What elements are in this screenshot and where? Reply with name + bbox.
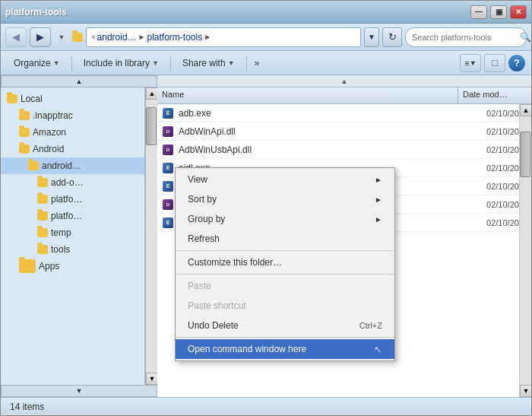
toolbar-more-button[interactable]: »: [252, 58, 263, 68]
sidebar-item-tools[interactable]: tools: [1, 241, 144, 258]
exe-icon-aidl: E: [163, 163, 173, 173]
dll-icon-adbwinapi: D: [163, 126, 173, 137]
sidebar-scroll-down-btn[interactable]: ▼: [146, 373, 157, 385]
file-icon-extra1: E: [162, 180, 174, 192]
sidebar-label-local: Local: [21, 94, 43, 104]
sidebar-scroll-down[interactable]: ▼: [1, 385, 157, 397]
dropdown-arrow-button[interactable]: ▼: [54, 27, 69, 47]
file-scroll-up[interactable]: ▲: [157, 75, 531, 87]
ctx-item-refresh[interactable]: Refresh: [176, 229, 394, 249]
ctx-label-refresh: Refresh: [188, 233, 220, 244]
sidebar-item-inapptrac[interactable]: .inapptrac: [1, 107, 144, 124]
file-scrollbar-up[interactable]: ▲: [520, 104, 531, 116]
ctx-item-sort[interactable]: Sort by ►: [176, 189, 394, 209]
address-path[interactable]: « android… ► platform-tools ►: [86, 27, 361, 47]
ctx-item-group[interactable]: Group by ►: [176, 209, 394, 229]
file-date-adbwinusbapi: 02/10/201: [466, 145, 527, 154]
file-date-extra1: 02/10/201: [466, 182, 527, 191]
sidebar-item-platfo1[interactable]: platfo…: [1, 191, 144, 208]
forward-button[interactable]: ▶: [30, 27, 51, 47]
sidebar-item-android[interactable]: Android: [1, 141, 144, 157]
search-box: 🔍: [405, 27, 527, 47]
toolbar-sep1: [71, 56, 72, 71]
path-part-android: android…: [97, 32, 137, 43]
sidebar-item-android-sub[interactable]: android…: [1, 157, 144, 174]
file-scrollbar-thumb[interactable]: [520, 132, 530, 177]
file-name-adbwinusbapi: AdbWinUsbApi.dll: [179, 144, 466, 155]
file-scrollbar-down[interactable]: ▼: [520, 385, 531, 397]
address-bar: ◀ ▶ ▼ « android… ► platform-tools ► ▼ ↻ …: [1, 24, 531, 51]
sidebar-item-add-o[interactable]: add-o…: [1, 174, 144, 191]
close-button[interactable]: ✕: [510, 5, 527, 19]
file-date-adb: 02/10/201: [466, 109, 527, 118]
cursor-arrow: ↖: [374, 344, 382, 355]
include-library-button[interactable]: Include in library ▼: [77, 54, 166, 72]
ctx-label-view: View: [188, 174, 207, 185]
path-separator1: «: [91, 33, 96, 41]
help-button[interactable]: ?: [508, 55, 525, 71]
ctx-label-sort: Sort by: [188, 194, 217, 205]
file-icon-extra2: D: [162, 198, 174, 211]
sidebar-label-tools: tools: [51, 244, 70, 255]
sidebar: Local .inapptrac Amazon Android: [1, 87, 145, 385]
organize-label: Organize: [14, 58, 51, 68]
sidebar-item-temp[interactable]: temp: [1, 224, 144, 241]
sidebar-label-android-sub: android…: [42, 160, 81, 171]
sidebar-item-local[interactable]: Local: [1, 91, 144, 107]
search-input[interactable]: [412, 33, 517, 42]
sidebar-item-apps[interactable]: Apps: [1, 258, 144, 275]
view-details-button[interactable]: ≡ ▼: [460, 54, 481, 72]
address-refresh-btn[interactable]: ↻: [382, 27, 402, 47]
file-name-adbwinapi: AdbWinApi.dll: [179, 126, 466, 137]
file-date-adbwinapi: 02/10/201: [466, 127, 527, 136]
sidebar-item-amazon[interactable]: Amazon: [1, 124, 144, 141]
file-icon-adbwinusbapi: D: [162, 144, 174, 156]
folder-icon-platfo1: [37, 195, 48, 204]
folder-icon-platfo2: [37, 211, 48, 221]
dll-icon-adbwinusbapi: D: [163, 144, 173, 155]
col-name[interactable]: Name: [157, 87, 458, 103]
explorer-window: platform-tools — ▣ ✕ ◀ ▶ ▼ « android… ► …: [0, 0, 532, 416]
address-dropdown-btn[interactable]: ▼: [364, 27, 379, 47]
sidebar-label-amazon: Amazon: [33, 127, 66, 138]
col-date[interactable]: Date mod…: [458, 87, 519, 103]
ctx-label-paste-shortcut: Paste shortcut: [188, 300, 246, 311]
ctx-item-paste-shortcut[interactable]: Paste shortcut: [176, 296, 394, 316]
back-button[interactable]: ◀: [5, 27, 27, 47]
ctx-item-undo[interactable]: Undo Delete Ctrl+Z: [176, 316, 394, 335]
file-row-adbwinusbapi[interactable]: D AdbWinUsbApi.dll 02/10/201: [157, 141, 531, 159]
file-date-aidl: 02/10/201: [466, 164, 527, 173]
folder-icon: [72, 33, 83, 42]
col-spacer: [519, 87, 531, 103]
ctx-item-view[interactable]: View ►: [176, 170, 394, 189]
view-dropdown2: ▼: [470, 59, 477, 67]
share-label: Share with: [182, 58, 226, 68]
maximize-button[interactable]: ▣: [490, 5, 507, 19]
sidebar-scrollbar: ▲ ▼: [145, 87, 157, 385]
ctx-item-customize[interactable]: Customize this folder…: [176, 252, 394, 272]
ctx-label-open-cmd: Open command window here: [188, 344, 306, 354]
toolbar-sep3: [246, 56, 247, 71]
sidebar-scroll-up-btn[interactable]: ▲: [146, 87, 157, 100]
preview-pane-button[interactable]: □: [484, 54, 505, 72]
sidebar-item-platfo2[interactable]: platfo…: [1, 208, 144, 224]
file-icon-aidl: E: [162, 162, 174, 174]
share-with-button[interactable]: Share with ▼: [176, 54, 242, 72]
exe-icon-extra1: E: [163, 181, 173, 192]
file-list-header: Name Date mod…: [157, 87, 531, 104]
ctx-arrow-group: ►: [375, 215, 382, 224]
organize-button[interactable]: Organize ▼: [7, 54, 67, 72]
ctx-item-paste[interactable]: Paste: [176, 276, 394, 296]
include-label: Include in library: [84, 58, 150, 68]
sidebar-scroll-thumb[interactable]: [146, 107, 157, 145]
sidebar-scroll-up[interactable]: ▲: [1, 75, 157, 87]
file-row-adbwinapi[interactable]: D AdbWinApi.dll 02/10/201: [157, 122, 531, 141]
file-date-extra2: 02/10/201: [466, 200, 527, 209]
file-row-adb[interactable]: E adb.exe 02/10/201: [157, 104, 531, 122]
folder-icon-add-o: [37, 178, 48, 187]
file-icon-adbwinapi: D: [162, 125, 174, 138]
minimize-button[interactable]: —: [470, 5, 487, 19]
sidebar-container: ▲ Local .inapptrac Amazon: [1, 75, 157, 397]
path-part-tools: platform-tools: [147, 32, 203, 43]
ctx-item-open-cmd[interactable]: Open command window here ↖: [176, 339, 394, 359]
